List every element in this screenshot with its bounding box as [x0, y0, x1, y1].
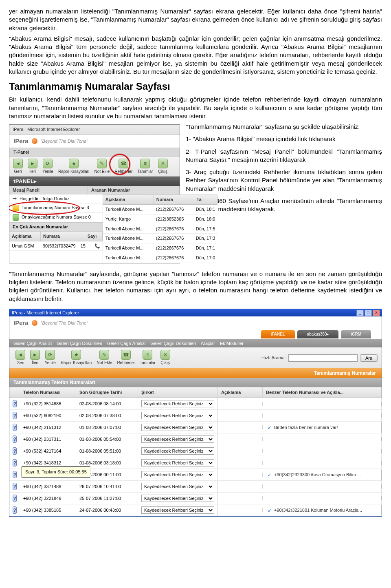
most-called-rows: Umut GSM 90(532)7032479 15 📞: [9, 241, 103, 251]
warn-icon: [13, 205, 19, 211]
date-cell: 01-08-2006 05:54:00: [76, 434, 138, 444]
quick-search-label: Hızlı Arama:: [261, 355, 286, 361]
max-button[interactable]: □: [365, 310, 372, 316]
toolbar-addnote[interactable]: ✎Not Ekle: [95, 349, 114, 367]
phone-cell: +90 (342) 3221846: [20, 493, 76, 504]
approval-count-row: Onaylayacağınız Numara Sayısı: 0: [9, 213, 103, 222]
tooltip: Sayı: 3, Toplam Süre: 00:05:55: [22, 466, 90, 477]
table-row: Turkcell Abone M...(212)2667676Dün, 17:3: [103, 234, 218, 243]
help-icon[interactable]: ?: [13, 435, 17, 443]
similar-number-note: ↙+90(342)3221801 Koluman Motorlu Araçla.…: [266, 507, 378, 513]
company-select[interactable]: Kaydedilecek Rehberi Seçiniz: [141, 400, 214, 407]
table-row: ?+90 (342) 231731101-08-2006 05:54:00Kay…: [9, 433, 382, 445]
table-row: ?+90(342)232330030-07-2006 00:11:00Kayde…: [9, 469, 382, 481]
help-icon[interactable]: ?: [13, 447, 17, 455]
unidentified-count-row[interactable]: Tanımlanmamış Numara Sayısı: 3: [9, 203, 103, 213]
toolbar-refresh[interactable]: ⟳Yenile: [40, 158, 55, 175]
logo-icon: [32, 138, 37, 144]
toolbar-forward[interactable]: ►İleri: [26, 158, 40, 175]
menu-item[interactable]: Ek Modüller: [220, 340, 244, 347]
page-title-bar: Tanımlanmamış Numaralar: [9, 368, 382, 378]
table-row: Turkcell Abone M...(212)2667676Dün, 17:1: [103, 243, 218, 253]
menu-item[interactable]: Gelen Çağrı Dökümleri: [150, 340, 196, 347]
called-columns: Açıklama Numara Ta: [103, 195, 218, 205]
toolbar-exit[interactable]: ✕Çıkış: [158, 349, 172, 367]
ok-icon: [13, 214, 19, 221]
intro-paragraph-3: Bir kullanıcı, kendi dahili telefonunu k…: [9, 95, 382, 120]
company-select[interactable]: Kaydedilecek Rehberi Seçiniz: [141, 412, 214, 419]
app-logo: IPera "Beyond The Dial Tone": [9, 316, 382, 329]
arrow-icon: ↙: [266, 508, 272, 513]
close-button[interactable]: X: [373, 310, 380, 316]
date-cell: 24-07-2006 00:43:00: [76, 505, 138, 515]
date-cell: 25-07-2006 11:27:00: [76, 493, 138, 504]
tab-bar: T-Panel: [9, 148, 180, 157]
tab-abakus360[interactable]: abakus360▸: [297, 330, 339, 338]
tab-tpanel[interactable]: tPANEL: [261, 330, 295, 338]
company-select[interactable]: Kaydedilecek Rehberi Seçiniz: [141, 459, 214, 466]
phone-cell: +90 (532) 4217164: [20, 446, 76, 456]
help-icon[interactable]: ?: [13, 412, 17, 419]
table-body: ?+90 (322) 351488802-08-2006 08:14:00Kay…: [9, 398, 382, 516]
toolbar-shortcuts[interactable]: ★Rapor Kısayolları: [59, 349, 94, 367]
help-icon[interactable]: ?: [13, 400, 17, 407]
toolbar-contacts[interactable]: ☎Rehberler: [115, 349, 137, 367]
toolbar-back[interactable]: ◄Geri: [11, 158, 25, 175]
table-row: ?+90 (342) 215131201-08-2006 07:07:00Kay…: [9, 422, 382, 433]
toolbar-exit[interactable]: ✕Çıkış: [156, 158, 170, 175]
toolbar-forward[interactable]: ►İleri: [28, 349, 42, 367]
table-row: ?+90 (342) 337148826-07-2006 10:41:00Kay…: [9, 481, 382, 493]
date-cell: 02-08-2006 08:14:00: [76, 399, 138, 409]
date-cell: 01-08-2006 05:51:00: [76, 446, 138, 456]
arrow-icon: ↙: [266, 425, 272, 430]
help-icon[interactable]: ?: [13, 424, 17, 431]
table-row: ?+90 (532) 608219002-08-2006 07:38:00Kay…: [9, 410, 382, 422]
help-icon[interactable]: ?: [13, 471, 17, 478]
toolbar-shortcuts[interactable]: ★Rapor Kısayolları: [56, 158, 92, 175]
table-row: ?+90 (532) 421716401-08-2006 05:51:00Kay…: [9, 445, 382, 457]
help-icon[interactable]: ?: [13, 459, 17, 466]
menu-item[interactable]: Araçlar: [201, 340, 215, 347]
quick-search-button[interactable]: Ara: [360, 354, 378, 362]
toolbar-contacts[interactable]: ☎Rehberler: [112, 158, 134, 175]
welcome-row: ⮕ Hoşgeldin, Tolga Gündüz: [9, 195, 103, 203]
min-button[interactable]: _: [356, 310, 364, 316]
help-icon[interactable]: ?: [13, 483, 17, 490]
company-select[interactable]: Kaydedilecek Rehberi Seçiniz: [141, 435, 214, 443]
table-row: Turkcell Abone M...(212)2667676Dün, 18:1: [103, 205, 218, 214]
table-row: Turkcell Abone M...(212)2667676Dün, 17:5: [103, 224, 218, 234]
help-icon[interactable]: ?: [13, 506, 17, 514]
menu-item[interactable]: Giden Çağrı Dökümleri: [57, 340, 102, 347]
company-select[interactable]: Kaydedilecek Rehberi Seçiniz: [141, 506, 214, 514]
tab-tcrm[interactable]: tCRM: [341, 330, 371, 338]
most-called-header: En Çok Aranan Numaralar: [9, 222, 103, 231]
company-select[interactable]: Kaydedilecek Rehberi Seçiniz: [141, 471, 214, 478]
table-row: ?+90 (342) 338518524-07-2006 00:43:00Kay…: [9, 504, 382, 516]
toolbar-back[interactable]: ◄Geri: [13, 349, 27, 367]
company-select[interactable]: Kaydedilecek Rehberi Seçiniz: [141, 424, 214, 431]
menu-item[interactable]: Gelen Çağrı Analizi: [107, 340, 145, 347]
company-select[interactable]: Kaydedilecek Rehberi Seçiniz: [141, 483, 214, 490]
quick-search-input[interactable]: [288, 354, 358, 362]
help-icon[interactable]: ?: [13, 495, 17, 502]
company-select[interactable]: Kaydedilecek Rehberi Seçiniz: [141, 495, 214, 502]
table-header: Telefon Numarası Son Görüşme Tarihi Şirk…: [9, 387, 382, 398]
menu-item[interactable]: Giden Çağrı Analizi: [13, 340, 52, 347]
toolbar-addnote[interactable]: ✎Not Ekle: [92, 158, 112, 175]
window-title-bar: IPera - Microsoft Internet Explorer: [9, 125, 180, 135]
toolbar-refresh[interactable]: ⟳Yenile: [43, 349, 58, 367]
intro-paragraph-1: yer almayan numaraların listelendiği "Ta…: [9, 7, 382, 32]
company-select[interactable]: Kaydedilecek Rehberi Seçiniz: [141, 447, 214, 455]
tpanel-stripe: tPANEL▸: [9, 177, 180, 186]
explain-paragraph: "Tanımlanmamış Numaralar" sayfasında, gö…: [9, 270, 382, 303]
table-row: Yurtiçi Kargo(212)3652365Dün, 18:0: [103, 214, 218, 224]
phone-cell: +90 (342) 3371488: [20, 482, 76, 492]
tpanel-screenshot: IPera - Microsoft Internet Explorer IPer…: [9, 124, 180, 263]
arrow-icon: ↙: [266, 472, 272, 477]
similar-number-note: ↙Birden fazla benzer numara var!: [266, 424, 378, 431]
toolbar-definitions[interactable]: ≡Tanımlar: [138, 349, 157, 367]
phone-cell: +90 (342) 3385185: [20, 505, 76, 515]
toolbar-definitions[interactable]: ≡Tanımlar: [135, 158, 155, 175]
table-row: Turkcell Abone M...(212)2667676Dün, 17:0: [103, 253, 218, 263]
phone-cell: +90 (322) 3514888: [20, 399, 76, 409]
